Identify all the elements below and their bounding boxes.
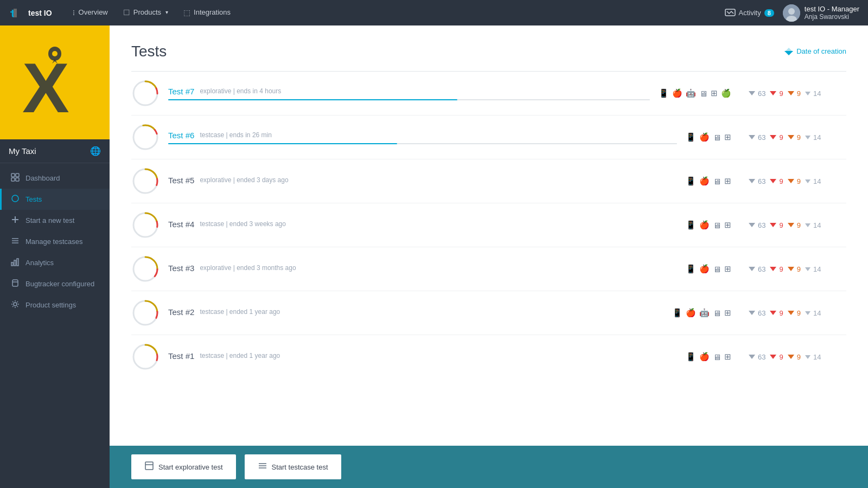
mobile-icon: 📱 (686, 132, 696, 142)
windows-icon: ⊞ (724, 308, 731, 318)
windows-icon: ⊞ (724, 220, 731, 230)
triangle-orange-icon (788, 179, 794, 183)
apple-icon: 🍎 (699, 352, 710, 362)
explorative-icon (144, 461, 154, 473)
svg-point-27 (14, 303, 17, 306)
apple-icon: 🍎 (699, 176, 710, 186)
sidebar-item-analytics[interactable]: Analytics (0, 252, 110, 273)
dashboard-icon (10, 173, 20, 183)
table-row: Test #4 testcase | ended 3 weeks ago 📱 🍎… (131, 203, 846, 247)
user-area[interactable]: test IO - Manager Anja Swarovski (783, 4, 859, 22)
sidebar-item-start-new-test[interactable]: Start a new test (0, 210, 110, 231)
tests-icon (10, 194, 20, 204)
major-bugs: 9 (788, 353, 801, 361)
apple-icon: 🍎 (699, 220, 710, 230)
triangle-gray-icon (749, 91, 755, 95)
activity-button[interactable]: Activity 8 (725, 9, 774, 17)
triangle-light-icon (805, 136, 810, 139)
testcases-icon (10, 236, 20, 247)
test-name-test2: Test #2 (168, 307, 194, 317)
progress-circle-test5 (131, 167, 159, 195)
total-bugs: 63 (749, 309, 765, 317)
test-info-test1: Test #1 testcase | ended 1 year ago (168, 351, 677, 363)
sidebar-item-product-settings[interactable]: Product settings (0, 294, 110, 316)
triangle-gray-icon (749, 179, 755, 183)
bug-counts-test4: 63 9 9 14 (749, 221, 846, 229)
test-name-test7[interactable]: Test #7 (168, 87, 194, 96)
apple-icon: 🍎 (699, 132, 710, 142)
android-icon: 🤖 (686, 88, 696, 98)
test-list: Test #7 explorative | ends in 4 hours 📱 … (131, 72, 846, 378)
start-explorative-test-button[interactable]: Start explorative test (131, 454, 236, 479)
svg-rect-51 (145, 462, 153, 470)
plus-icon (10, 215, 20, 226)
triangle-light-icon (805, 311, 810, 315)
start-testcase-test-button[interactable]: Start testcase test (245, 454, 341, 479)
triangle-gray-icon (749, 267, 755, 271)
test-name-test1: Test #1 (168, 351, 194, 361)
test-meta-test5: explorative | ended 3 days ago (200, 176, 288, 184)
top-nav-items: ⫶ Overview ☐ Products ▾ ⬚ Integrations (65, 0, 725, 25)
bug-counts-test3: 63 9 9 14 (749, 265, 846, 273)
sort-control[interactable]: Date of creation (784, 47, 846, 55)
desktop-icon: 🖥 (713, 265, 721, 274)
bugtracker-icon (10, 279, 20, 289)
windows-icon: ⊞ (724, 352, 731, 362)
progress-bar-test7 (168, 99, 650, 100)
test-name-test5: Test #5 (168, 176, 194, 185)
critical-bugs: 9 (770, 221, 783, 229)
minor-bugs: 14 (805, 133, 821, 142)
bug-counts-test5: 63 9 9 14 (749, 177, 846, 185)
content-area: Tests Date of creation (110, 25, 868, 488)
sidebar-logo: X (0, 25, 110, 139)
sidebar-item-manage-testcases[interactable]: Manage testcases (0, 231, 110, 252)
testio-logo-icon: t (9, 5, 24, 21)
content-inner: Tests Date of creation (110, 25, 868, 446)
critical-bugs: 9 (770, 89, 783, 98)
major-bugs: 9 (788, 309, 801, 317)
major-bugs: 9 (788, 221, 801, 229)
progress-circle-test3 (131, 255, 159, 283)
critical-bugs: 9 (770, 265, 783, 273)
products-icon: ☐ (123, 8, 130, 17)
minor-bugs: 14 (805, 89, 821, 98)
nav-integrations[interactable]: ⬚ Integrations (177, 0, 237, 25)
triangle-red-icon (770, 179, 776, 183)
mac-icon: 🍏 (721, 88, 731, 98)
triangle-orange-icon (788, 135, 794, 139)
bug-counts-test7: 63 9 9 14 (749, 89, 846, 98)
test-meta-test3: explorative | ended 3 months ago (200, 264, 296, 272)
test-meta-test6: testcase | ends in 26 min (200, 131, 272, 139)
sidebar-item-bugtracker[interactable]: Bugtracker configured (0, 273, 110, 294)
sidebar: X My Taxi 🌐 Dashboard Tests (0, 25, 110, 488)
globe-icon[interactable]: 🌐 (90, 146, 101, 156)
minor-bugs: 14 (805, 221, 821, 229)
apple-icon: 🍎 (699, 264, 710, 274)
desktop-icon: 🖥 (713, 133, 721, 142)
test-name-test6[interactable]: Test #6 (168, 131, 194, 140)
apple-icon: 🍎 (686, 308, 696, 318)
svg-rect-12 (11, 174, 15, 177)
windows-icon: ⊞ (724, 264, 731, 274)
triangle-orange-icon (788, 91, 794, 95)
progress-fill (168, 143, 397, 144)
logo-area[interactable]: t test IO (9, 5, 52, 21)
test-name-row: Test #5 explorative | ended 3 days ago (168, 176, 677, 185)
avatar (783, 4, 800, 22)
total-bugs: 63 (749, 133, 765, 142)
page-title: Tests (131, 43, 167, 60)
critical-bugs: 9 (770, 309, 783, 317)
sidebar-item-dashboard[interactable]: Dashboard (0, 168, 110, 189)
nav-products[interactable]: ☐ Products ▾ (117, 0, 175, 25)
minor-bugs: 14 (805, 177, 821, 185)
android-icon: 🤖 (699, 308, 710, 318)
top-nav: t test IO ⫶ Overview ☐ Products ▾ ⬚ Inte… (0, 0, 868, 25)
sidebar-item-tests[interactable]: Tests (0, 189, 110, 210)
testcase-icon (258, 461, 267, 473)
triangle-gray-icon (749, 311, 755, 315)
triangle-gray-icon (749, 355, 755, 359)
nav-overview[interactable]: ⫶ Overview (65, 0, 114, 25)
desktop-icon: 🖥 (713, 309, 721, 318)
desktop-icon: 🖥 (699, 89, 707, 98)
sidebar-product-name: My Taxi 🌐 (0, 139, 110, 163)
